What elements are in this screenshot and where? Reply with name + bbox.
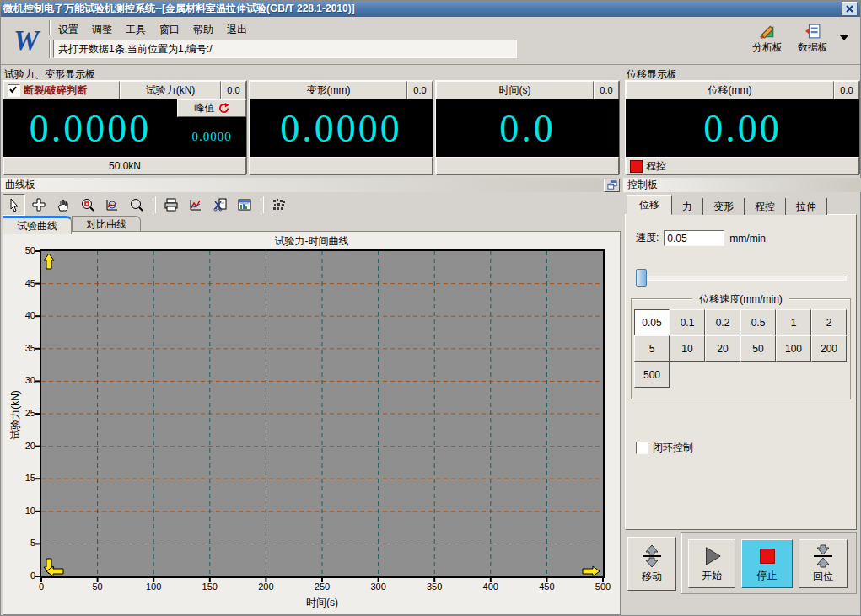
menu-exit[interactable]: 退出 xyxy=(222,21,252,36)
displacement-tab-page: 速度: mm/min 位移速度(mm/min) 0.05 0.1 0.2 0.5… xyxy=(625,214,857,530)
disp-channel-button[interactable]: 位移(mm) xyxy=(626,81,834,99)
y-tick-label: 5 xyxy=(5,538,35,548)
stop-square-icon xyxy=(756,545,778,567)
break-detect-checkbox-row[interactable]: 断裂/破碎判断 xyxy=(3,81,120,99)
speed-preset-button[interactable]: 0.5 xyxy=(740,309,776,335)
separator xyxy=(261,196,264,213)
y-tick-label: 15 xyxy=(5,473,35,483)
tab-program[interactable]: 程控 xyxy=(745,198,786,215)
code-stamp-icon xyxy=(272,198,286,212)
tab-force[interactable]: 力 xyxy=(672,198,703,215)
menu-help[interactable]: 帮助 xyxy=(188,21,218,36)
print-button[interactable] xyxy=(159,194,182,216)
speed-preset-button[interactable]: 0.1 xyxy=(670,309,705,335)
peak-reset-button[interactable]: 峰值 xyxy=(177,99,246,117)
force-display-section: 试验力、变形显示板 断裂/破碎判断 试验力(kN) 0.0 0.0000 xyxy=(1,66,622,177)
data-board-icon xyxy=(804,24,821,39)
magnifier-tool-button[interactable] xyxy=(125,194,148,216)
deform-channel-button[interactable]: 变形(mm) xyxy=(250,81,407,99)
plot-area[interactable] xyxy=(40,249,605,578)
tab-compare-curve[interactable]: 对比曲线 xyxy=(72,216,141,232)
force-panel: 断裂/破碎判断 试验力(kN) 0.0 0.0000 峰值 0.0000 xyxy=(3,80,247,174)
speed-preset-button[interactable]: 5 xyxy=(634,335,670,362)
menu-settings[interactable]: 设置 xyxy=(53,21,83,36)
speed-row: 速度: mm/min xyxy=(636,230,766,246)
restore-window-icon xyxy=(607,180,617,190)
separator xyxy=(153,196,156,213)
pan-tool-button[interactable] xyxy=(51,194,74,216)
speed-slider-thumb[interactable] xyxy=(636,269,647,287)
start-label: 开始 xyxy=(702,569,722,583)
analysis-board-button[interactable]: 分析板 xyxy=(749,24,786,55)
force-range-label: 50.0kN xyxy=(3,157,246,175)
y-tick-label: 0 xyxy=(5,570,35,581)
return-button[interactable]: 回位 xyxy=(799,539,848,588)
check-icon xyxy=(8,85,18,94)
speed-preset-button[interactable]: 200 xyxy=(811,335,847,362)
speed-input[interactable] xyxy=(664,230,724,246)
speed-label: 速度: xyxy=(636,231,659,245)
closed-loop-checkbox[interactable] xyxy=(636,442,648,454)
tab-tensile[interactable]: 拉伸 xyxy=(786,198,827,215)
separator xyxy=(49,40,51,58)
tab-deform[interactable]: 变形 xyxy=(703,198,745,215)
curve-inspect-tool-button[interactable] xyxy=(100,194,123,216)
displacement-panel: 位移(mm) 0.0 0.00 程控 xyxy=(625,80,860,174)
closed-loop-row[interactable]: 闭环控制 xyxy=(636,441,693,455)
close-button[interactable] xyxy=(842,2,858,16)
curve-section-title: 曲线板 xyxy=(3,178,37,192)
speed-preset-button[interactable]: 0.2 xyxy=(705,309,740,335)
program-control-status: 程控 xyxy=(626,157,859,175)
start-button[interactable]: 开始 xyxy=(688,539,735,588)
snip-data-button[interactable] xyxy=(208,194,231,216)
speed-preset-button[interactable]: 100 xyxy=(776,335,811,362)
force-mini-value: 0.0 xyxy=(221,81,246,99)
time-panel: 时间(s) 0.0 0.0 xyxy=(435,80,620,174)
move-button[interactable]: 移动 xyxy=(627,537,676,591)
tab-displacement[interactable]: 位移 xyxy=(627,195,672,215)
code-stamp-button[interactable] xyxy=(267,194,290,216)
menu-adjust[interactable]: 调整 xyxy=(87,21,117,36)
force-channel-button[interactable]: 试验力(kN) xyxy=(120,81,221,99)
speed-preset-button[interactable]: 1 xyxy=(776,309,811,335)
menu-tools[interactable]: 工具 xyxy=(121,21,151,36)
zoom-box-tool-button[interactable] xyxy=(76,194,99,216)
cursor-tool-button[interactable] xyxy=(3,194,25,216)
break-detect-label: 断裂/破碎判断 xyxy=(24,83,87,98)
peak-label: 峰值 xyxy=(195,101,215,115)
curve-inspect-icon xyxy=(105,198,119,212)
speed-preset-button[interactable]: 500 xyxy=(634,362,670,388)
curve-tab-bar: 试验曲线 对比曲线 xyxy=(3,216,141,232)
cursor-icon xyxy=(8,198,21,212)
x-tick-label: 250 xyxy=(305,581,339,592)
break-detect-checkbox[interactable] xyxy=(8,84,20,97)
data-board-button[interactable]: 数据板 xyxy=(794,24,831,55)
peak-value-display: 0.0000 xyxy=(177,117,246,157)
speed-preset-button[interactable]: 10 xyxy=(670,335,705,362)
crosshair-tool-button[interactable] xyxy=(27,194,50,216)
report-view-button[interactable] xyxy=(233,194,256,216)
speed-preset-button[interactable]: 50 xyxy=(740,335,776,362)
speed-preset-button[interactable]: 20 xyxy=(705,335,740,362)
menu-window[interactable]: 窗口 xyxy=(154,21,185,36)
curve-settings-button[interactable] xyxy=(184,194,207,216)
stop-button[interactable]: 停止 xyxy=(741,539,793,588)
speed-slider-track[interactable] xyxy=(636,276,847,281)
separator xyxy=(49,20,51,35)
print-icon xyxy=(164,198,178,212)
close-icon xyxy=(846,5,853,13)
window-title: 微机控制电子万能试验机测控系统--[金属材料室温拉伸试验(GB/T 228.1-… xyxy=(3,2,842,16)
y-tick-label: 50 xyxy=(5,245,35,255)
time-value-display: 0.0 xyxy=(436,99,619,157)
restore-window-button[interactable] xyxy=(604,179,620,192)
return-arrows-icon xyxy=(811,544,835,568)
speed-preset-button[interactable]: 2 xyxy=(811,309,847,335)
tab-test-curve[interactable]: 试验曲线 xyxy=(3,216,72,234)
time-channel-button[interactable]: 时间(s) xyxy=(436,81,594,99)
speed-preset-button[interactable]: 0.05 xyxy=(634,309,670,335)
top-toolbar: W 设置 调整 工具 窗口 帮助 退出 共打开数据1条,当前位置为1,编号:/ … xyxy=(1,17,860,65)
y-tick-label: 25 xyxy=(5,408,35,418)
control-section-title: 控制板 xyxy=(626,178,659,192)
data-board-label: 数据板 xyxy=(798,40,828,55)
dropdown-arrow-icon[interactable] xyxy=(840,35,848,40)
